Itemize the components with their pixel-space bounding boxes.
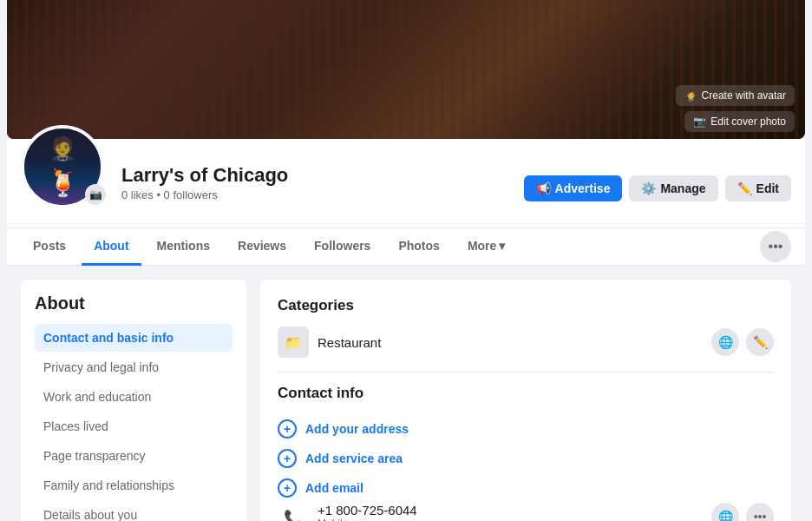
add-service-link[interactable]: + Add service area bbox=[278, 444, 774, 473]
avatar-icon: 🤵 bbox=[684, 89, 697, 102]
pencil-icon: ✏️ bbox=[737, 181, 752, 195]
gear-icon: ⚙️ bbox=[641, 181, 656, 195]
divider-1 bbox=[278, 372, 774, 373]
sidebar-item-page-transparency[interactable]: Page transparency bbox=[35, 442, 232, 470]
sidebar-item-details-about[interactable]: Details about you bbox=[35, 501, 232, 521]
sidebar-item-contact-basic[interactable]: Contact and basic info bbox=[35, 324, 232, 352]
sidebar-item-privacy-legal[interactable]: Privacy and legal info bbox=[35, 353, 232, 381]
avatar-camera-button[interactable]: 📷 bbox=[85, 184, 106, 205]
ellipsis-icon: ••• bbox=[769, 239, 783, 254]
chevron-down-icon: ▾ bbox=[499, 239, 505, 253]
profile-actions: 📢 Advertise ⚙️ Manage ✏️ Edit bbox=[524, 175, 791, 208]
profile-top: 📷 Larry's of Chicago 0 likes • 0 followe… bbox=[21, 139, 791, 208]
category-globe-button[interactable]: 🌐 bbox=[711, 328, 739, 356]
megaphone-icon: 📢 bbox=[536, 181, 551, 195]
contact-info-title: Contact info bbox=[278, 385, 774, 402]
advertise-label: Advertise bbox=[555, 181, 611, 195]
nav-overflow-button[interactable]: ••• bbox=[760, 231, 791, 262]
about-sidebar: About Contact and basic info Privacy and… bbox=[21, 280, 246, 521]
pencil-icon: ✏️ bbox=[753, 335, 768, 349]
edit-button[interactable]: ✏️ Edit bbox=[725, 175, 791, 201]
sidebar-item-places-lived[interactable]: Places lived bbox=[35, 412, 232, 440]
phone-globe-button[interactable]: 🌐 bbox=[711, 503, 739, 521]
add-service-icon: + bbox=[278, 449, 297, 468]
content-panel: Categories 📁 Restaurant 🌐 ✏️ Contact inf… bbox=[260, 280, 791, 521]
nav-tabs-bar: Posts About Mentions Reviews Followers P… bbox=[7, 228, 805, 266]
add-address-link[interactable]: + Add your address bbox=[278, 414, 774, 444]
create-avatar-label: Create with avatar bbox=[702, 89, 786, 102]
phone-number: +1 800-725-6044 bbox=[318, 503, 711, 518]
phone-more-button[interactable]: ••• bbox=[746, 503, 774, 521]
tab-posts[interactable]: Posts bbox=[21, 228, 78, 266]
advertise-button[interactable]: 📢 Advertise bbox=[524, 175, 623, 201]
manage-button[interactable]: ⚙️ Manage bbox=[629, 175, 717, 201]
sidebar-title: About bbox=[35, 293, 232, 313]
globe-icon: 🌐 bbox=[718, 335, 733, 349]
cover-container: 🤵 Create with avatar 📷 Edit cover photo bbox=[7, 0, 805, 139]
edit-label: Edit bbox=[756, 181, 779, 195]
cover-buttons: 🤵 Create with avatar 📷 Edit cover photo bbox=[676, 85, 795, 132]
add-email-icon: + bbox=[278, 478, 297, 498]
add-address-label: Add your address bbox=[305, 422, 409, 436]
profile-info: Larry's of Chicago 0 likes • 0 followers bbox=[121, 164, 524, 208]
main-content: About Contact and basic info Privacy and… bbox=[7, 266, 805, 521]
globe-icon: 🌐 bbox=[718, 510, 733, 521]
tab-reviews[interactable]: Reviews bbox=[226, 228, 298, 266]
category-edit-button[interactable]: ✏️ bbox=[746, 328, 774, 356]
page-wrapper: 🤵 Create with avatar 📷 Edit cover photo … bbox=[0, 0, 812, 521]
tab-followers[interactable]: Followers bbox=[302, 228, 383, 266]
sidebar-item-work-education[interactable]: Work and education bbox=[35, 383, 232, 411]
create-avatar-button[interactable]: 🤵 Create with avatar bbox=[676, 85, 795, 106]
add-service-label: Add service area bbox=[305, 452, 403, 465]
phone-type: Mobile bbox=[318, 518, 711, 521]
category-name: Restaurant bbox=[318, 335, 711, 350]
tab-about[interactable]: About bbox=[82, 228, 141, 266]
categories-title: Categories bbox=[278, 297, 774, 314]
phone-info: +1 800-725-6044 Mobile bbox=[318, 503, 711, 521]
tab-more[interactable]: More ▾ bbox=[455, 228, 517, 266]
phone-actions: 🌐 ••• bbox=[711, 503, 774, 521]
camera-small-icon: 📷 bbox=[89, 188, 102, 201]
camera-icon: 📷 bbox=[693, 115, 706, 128]
add-email-link[interactable]: + Add email bbox=[278, 473, 774, 503]
ellipsis-icon: ••• bbox=[754, 510, 767, 521]
edit-cover-label: Edit cover photo bbox=[710, 115, 786, 128]
category-actions: 🌐 ✏️ bbox=[711, 328, 774, 356]
category-row: 📁 Restaurant 🌐 ✏️ bbox=[278, 326, 774, 358]
edit-cover-button[interactable]: 📷 Edit cover photo bbox=[684, 111, 795, 132]
tab-mentions[interactable]: Mentions bbox=[145, 228, 222, 266]
folder-icon: 📁 bbox=[278, 326, 309, 358]
phone-icon: 📞 bbox=[278, 503, 309, 521]
profile-stats: 0 likes • 0 followers bbox=[121, 188, 524, 201]
sidebar-item-family-relationships[interactable]: Family and relationships bbox=[35, 472, 232, 499]
page-title: Larry's of Chicago bbox=[121, 164, 524, 187]
profile-section: 📷 Larry's of Chicago 0 likes • 0 followe… bbox=[7, 139, 805, 228]
phone-row: 📞 +1 800-725-6044 Mobile 🌐 ••• bbox=[278, 503, 774, 521]
avatar-wrapper: 📷 bbox=[21, 139, 108, 208]
manage-label: Manage bbox=[660, 181, 705, 195]
more-label: More bbox=[468, 239, 496, 253]
add-email-label: Add email bbox=[305, 481, 363, 495]
tab-photos[interactable]: Photos bbox=[386, 228, 451, 266]
add-address-icon: + bbox=[278, 419, 297, 439]
